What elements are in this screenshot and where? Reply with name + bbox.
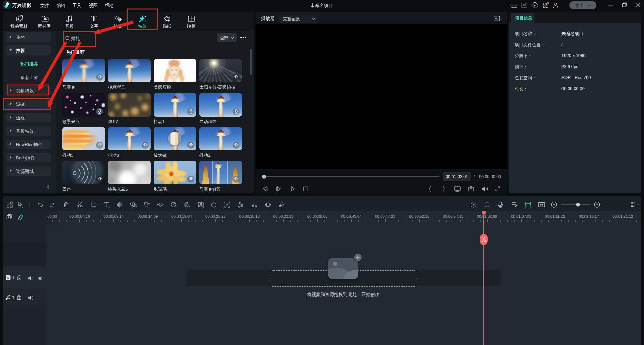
svg-text:1: 1 bbox=[12, 275, 14, 280]
svg-text:1: 1 bbox=[12, 295, 14, 300]
